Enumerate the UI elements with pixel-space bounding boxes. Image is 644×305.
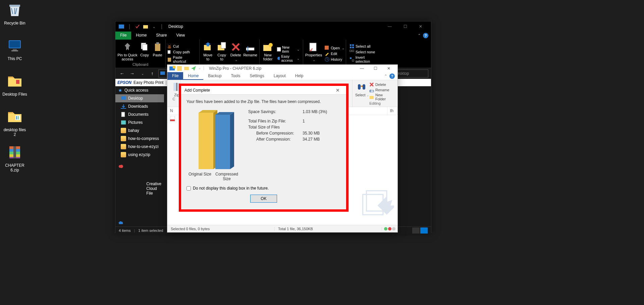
svg-rect-13 (13, 146, 16, 158)
svg-rect-20 (168, 50, 170, 54)
col-path[interactable]: th (387, 107, 397, 115)
select-all-button[interactable]: Select all (348, 44, 381, 49)
nav-forward-button[interactable]: → (128, 69, 136, 78)
sidebar-item-pictures[interactable]: Pictures (115, 118, 164, 126)
explorer-sidebar: Quick access Desktop Downloads Documents… (115, 86, 164, 226)
sidebar-item-how-ezyzi[interactable]: how-to-use-ezyzi (115, 143, 164, 151)
sidebar-creative-cloud[interactable]: Creative Cloud File (115, 162, 164, 215)
desktop-icon-desktop-files[interactable]: Desktop FIles (2, 73, 28, 97)
easy-access-button[interactable]: Easy access (275, 54, 301, 63)
view-large-icons-button[interactable] (420, 227, 428, 234)
desktop-icon-recycle-bin[interactable]: Recycle Bin (2, 2, 28, 26)
binoculars-icon (357, 82, 367, 92)
desktop-icon (121, 96, 126, 101)
explorer-system-icon[interactable] (118, 23, 125, 30)
copy-button[interactable]: Copy (139, 41, 151, 62)
svg-rect-67 (170, 119, 175, 121)
help-icon[interactable]: ? (423, 33, 428, 38)
qat-new-icon[interactable] (176, 65, 182, 71)
dialog-titlebar[interactable]: Add Complete ✕ (181, 86, 346, 95)
winzip-app-icon[interactable] (169, 65, 175, 71)
svg-rect-29 (277, 47, 281, 51)
select-button[interactable]: Select (355, 82, 369, 101)
status-dot-grey (392, 227, 395, 231)
ok-button[interactable]: OK (250, 195, 277, 203)
checkbox-input[interactable] (186, 186, 191, 191)
bar-chart-icon (190, 109, 237, 170)
move-to-button[interactable]: Move to (202, 41, 214, 66)
desktop-icon-desktop-files-2[interactable]: desktop files 2 (2, 109, 28, 137)
minimize-button[interactable]: — (382, 21, 397, 32)
history-button[interactable]: History (323, 57, 346, 62)
ribbon-collapse-icon[interactable]: ⌃ (418, 33, 421, 38)
sidebar-item-bahay[interactable]: bahay (115, 126, 164, 135)
desktop-icon-this-pc[interactable]: This PC (2, 38, 28, 61)
qat-folder-icon[interactable] (142, 23, 149, 30)
sidebar-item-documents[interactable]: Documents (115, 110, 164, 118)
copy-to-button[interactable]: Copy to (215, 41, 228, 66)
qat-customize-dropdown[interactable] (150, 23, 157, 30)
properties-button[interactable]: Properties (305, 41, 322, 66)
edit-button[interactable]: Edit (323, 51, 346, 56)
rename-button[interactable]: Rename (243, 41, 257, 66)
dialog-close-button[interactable]: ✕ (333, 86, 343, 95)
copy-path-button[interactable]: Copy path (166, 49, 197, 55)
qat-properties-icon[interactable] (134, 23, 141, 30)
wz-new-folder-button[interactable]: New Folder (369, 93, 395, 101)
compression-stats: Space Savings:1.03 MB (3%) Total Files i… (248, 109, 327, 181)
help-icon[interactable]: ? (389, 73, 395, 79)
sidebar-onedrive[interactable]: OneDrive - Persona (115, 218, 164, 226)
close-button[interactable]: ✕ (413, 21, 428, 32)
nav-history-dropdown[interactable] (138, 69, 146, 78)
open-button[interactable]: Open (323, 45, 346, 51)
desktop-icon-chapter6-zip[interactable]: CHAPTER 6.zip (2, 144, 28, 172)
paste-button[interactable]: Paste (152, 41, 163, 62)
close-button[interactable]: ✕ (382, 65, 395, 72)
tab-file[interactable]: File (167, 72, 183, 80)
qat-send-icon[interactable] (191, 65, 197, 71)
maximize-button[interactable]: ☐ (397, 21, 413, 32)
wz-delete-button[interactable]: Delete (369, 82, 395, 87)
do-not-show-checkbox[interactable]: Do not display this dialog box in the fu… (186, 186, 341, 191)
tab-home[interactable]: Home (183, 72, 203, 80)
tab-help[interactable]: Help (290, 72, 308, 80)
sidebar-item-using-ezyzip[interactable]: using ezyzip (115, 151, 164, 159)
nav-up-button[interactable]: ↑ (148, 69, 156, 78)
paste-shortcut-button[interactable]: Paste shortcut (166, 55, 197, 64)
status-dot-green (384, 227, 387, 231)
sidebar-item-how-compress[interactable]: how-to-compress (115, 135, 164, 143)
winzip-titlebar[interactable]: | WinZip Pro - CHAPTER 6.zip — ☐ ✕ (167, 65, 397, 72)
minimize-button[interactable]: — (355, 65, 369, 72)
tab-backup[interactable]: Backup (203, 72, 226, 80)
new-folder-button[interactable]: New folder (262, 41, 274, 66)
invert-selection-button[interactable]: Invert selection (348, 55, 381, 64)
sidebar-item-downloads[interactable]: Downloads (115, 102, 164, 110)
new-item-button[interactable]: New item (275, 45, 301, 54)
view-details-button[interactable] (412, 227, 420, 234)
svg-rect-6 (16, 116, 17, 119)
after-compression-value: 34.27 MB (303, 137, 320, 142)
select-none-icon (350, 50, 354, 54)
sidebar-item-desktop[interactable]: Desktop (115, 94, 164, 102)
tab-layout[interactable]: Layout (269, 72, 290, 80)
pin-to-quick-access-button[interactable]: Pin to Quick access (117, 41, 138, 62)
qat-customize-dropdown[interactable] (198, 65, 201, 71)
tab-tools[interactable]: Tools (226, 72, 245, 80)
tab-view[interactable]: View (171, 32, 190, 40)
ribbon-collapse-icon[interactable]: ⌃ (384, 74, 387, 79)
wz-rename-button[interactable]: Rename (369, 88, 395, 92)
select-none-button[interactable]: Select none (348, 49, 381, 55)
qat-open-icon[interactable] (183, 65, 190, 71)
cut-button[interactable]: Cut (166, 44, 197, 49)
tab-home[interactable]: Home (131, 32, 151, 40)
col-name[interactable]: N (167, 107, 179, 115)
nav-back-button[interactable]: ← (118, 69, 126, 78)
tab-share[interactable]: Share (151, 32, 171, 40)
tab-file[interactable]: File (115, 32, 131, 40)
tab-settings[interactable]: Settings (245, 72, 269, 80)
sidebar-quick-access[interactable]: Quick access (115, 86, 164, 94)
svg-rect-18 (155, 44, 160, 51)
explorer-titlebar[interactable]: | | Desktop — ☐ ✕ (115, 21, 431, 32)
maximize-button[interactable]: ☐ (369, 65, 382, 72)
delete-button[interactable]: Delete (229, 41, 242, 66)
